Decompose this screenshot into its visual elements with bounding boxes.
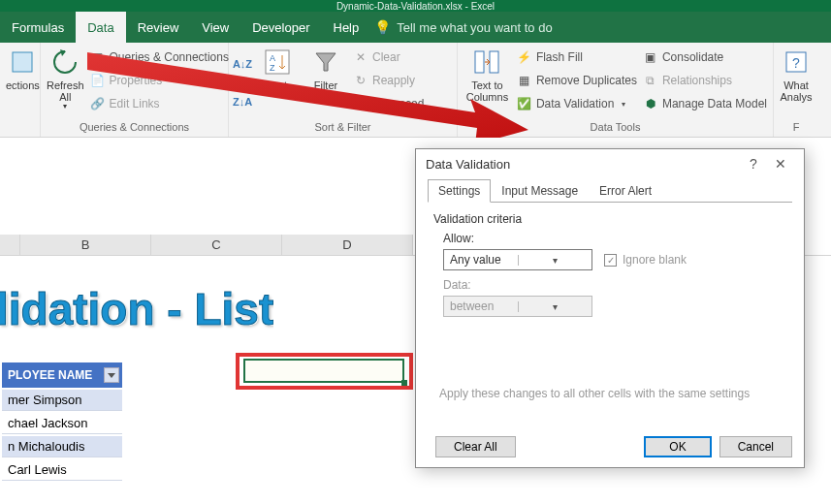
- group-label-sortfilter: Sort & Filter: [235, 119, 451, 137]
- cancel-button[interactable]: Cancel: [719, 436, 792, 457]
- whatif-icon: ?: [781, 47, 812, 78]
- tab-review[interactable]: Review: [126, 12, 191, 43]
- svg-text:A: A: [270, 53, 275, 63]
- chevron-down-icon: ▾: [518, 301, 592, 312]
- button-text-to-columns[interactable]: Text to Columns: [463, 47, 511, 119]
- colhdr-b[interactable]: B: [20, 235, 151, 255]
- text-to-columns-icon: [471, 47, 502, 78]
- button-manage-data-model[interactable]: ⬢ Manage Data Model: [643, 93, 767, 114]
- colhdr-gutter[interactable]: [0, 235, 20, 255]
- button-partial-left[interactable]: ections: [6, 47, 40, 119]
- dlgtab-input-message[interactable]: Input Message: [491, 179, 589, 203]
- ok-button[interactable]: OK: [644, 436, 711, 457]
- allow-label: Allow:: [443, 232, 786, 245]
- database-icon: [7, 47, 38, 78]
- fill-handle[interactable]: [401, 380, 407, 386]
- svg-rect-5: [490, 51, 498, 73]
- table-header-employee[interactable]: PLOYEE NAME: [2, 362, 122, 388]
- ribbon-tabs: Formulas Data Review View Developer Help…: [0, 12, 831, 43]
- tab-view[interactable]: View: [190, 12, 240, 43]
- button-sort-az[interactable]: A↓Z: [235, 53, 250, 75]
- button-clear[interactable]: ✕ Clear: [353, 47, 424, 68]
- clear-all-button[interactable]: Clear All: [435, 436, 516, 457]
- allow-combobox[interactable]: Any value ▾: [443, 249, 592, 270]
- queries-icon: ▦: [90, 49, 106, 65]
- remove-duplicates-icon: ▦: [517, 73, 532, 88]
- group-data-tools: Text to Columns ⚡ Flash Fill ▦ Remove Du…: [458, 43, 774, 137]
- tab-data[interactable]: Data: [76, 12, 125, 43]
- chevron-down-icon: ▾: [518, 255, 592, 266]
- dialog-title: Data Validation: [426, 157, 510, 172]
- validation-criteria-label: Validation criteria: [433, 212, 786, 226]
- table-row[interactable]: mer Simpson: [2, 390, 122, 411]
- button-consolidate[interactable]: ▣ Consolidate: [643, 47, 767, 68]
- filter-dropdown-icon[interactable]: [104, 367, 119, 383]
- ignore-blank-checkbox[interactable]: ✓ Ignore blank: [604, 253, 687, 267]
- group-forecast: ? What Analys F: [774, 43, 818, 137]
- data-validation-dialog: Data Validation ? ✕ Settings Input Messa…: [415, 148, 805, 468]
- label-ections: ections: [6, 79, 40, 91]
- button-flash-fill[interactable]: ⚡ Flash Fill: [517, 47, 637, 68]
- ribbon: ections Refresh All▾ ▦ Queries & Connect…: [0, 43, 831, 138]
- group-sort-filter: A↓Z Z↓A AZ Sort Filter ✕: [229, 43, 458, 137]
- worksheet-title: lidation - List: [0, 264, 273, 364]
- relationships-icon: ⧉: [643, 73, 658, 88]
- button-refresh-all[interactable]: Refresh All▾: [47, 47, 84, 119]
- selected-cell-highlight: [236, 353, 413, 390]
- dialog-titlebar[interactable]: Data Validation ? ✕: [416, 149, 804, 178]
- dlgtab-settings[interactable]: Settings: [428, 179, 491, 203]
- checkbox-icon: ✓: [604, 254, 617, 267]
- dlgtab-error-alert[interactable]: Error Alert: [589, 179, 662, 203]
- tab-formulas[interactable]: Formulas: [0, 12, 76, 43]
- apply-changes-checkbox: Apply these changes to all other cells w…: [433, 387, 786, 400]
- properties-icon: 📄: [90, 73, 106, 88]
- button-reapply[interactable]: ↻ Reapply: [353, 70, 424, 91]
- close-button[interactable]: ✕: [767, 156, 794, 172]
- group-label-queries: Queries & Connections: [47, 119, 222, 137]
- sort-az-icon: A↓Z: [235, 56, 250, 72]
- table-row[interactable]: chael Jackson: [2, 413, 122, 434]
- window-titlebar: Dynamic-Data-Validation.xlsx - Excel: [0, 0, 831, 12]
- button-sort[interactable]: AZ Sort: [256, 47, 299, 119]
- tellme-box[interactable]: Tell me what you want to do: [397, 20, 552, 35]
- button-filter[interactable]: Filter: [304, 47, 347, 119]
- button-data-validation[interactable]: ✅ Data Validation ▾: [517, 93, 637, 114]
- refresh-icon: [49, 47, 80, 78]
- svg-rect-4: [475, 51, 484, 73]
- sort-za-icon: Z↓A: [235, 94, 250, 110]
- button-properties[interactable]: 📄 Properties: [90, 70, 229, 91]
- button-whatif-analysis[interactable]: ? What Analys: [780, 47, 813, 119]
- svg-text:Z: Z: [270, 63, 275, 73]
- button-queries-connections[interactable]: ▦ Queries & Connections: [90, 47, 229, 68]
- table-row[interactable]: Carl Lewis: [2, 459, 122, 481]
- colhdr-d[interactable]: D: [282, 235, 413, 255]
- dialog-tabs: Settings Input Message Error Alert: [428, 178, 792, 203]
- lightbulb-icon: 💡: [374, 19, 391, 35]
- svg-rect-0: [13, 52, 32, 72]
- button-sort-za[interactable]: Z↓A: [235, 91, 250, 112]
- data-label: Data:: [443, 278, 786, 292]
- button-remove-duplicates[interactable]: ▦ Remove Duplicates: [517, 70, 637, 91]
- group-queries-connections: Refresh All▾ ▦ Queries & Connections 📄 P…: [41, 43, 229, 137]
- filter-icon: [310, 47, 341, 78]
- button-advanced[interactable]: ▼ Advanced: [353, 93, 424, 114]
- clear-icon: ✕: [353, 49, 368, 65]
- colhdr-c[interactable]: C: [151, 235, 282, 255]
- employee-table: PLOYEE NAME mer Simpson chael Jackson n …: [0, 361, 124, 483]
- window-title: Dynamic-Data-Validation.xlsx - Excel: [336, 1, 495, 12]
- sort-icon: AZ: [262, 47, 293, 78]
- tab-help[interactable]: Help: [322, 12, 371, 43]
- table-row[interactable]: n Michaloudis: [2, 436, 122, 457]
- active-cell[interactable]: [243, 359, 404, 383]
- help-button[interactable]: ?: [740, 156, 767, 172]
- tab-developer[interactable]: Developer: [240, 12, 321, 43]
- reapply-icon: ↻: [353, 73, 368, 88]
- flash-fill-icon: ⚡: [517, 49, 532, 65]
- button-edit-links[interactable]: 🔗 Edit Links: [90, 93, 229, 114]
- svg-text:?: ?: [792, 55, 800, 71]
- button-relationships[interactable]: ⧉ Relationships: [643, 70, 767, 91]
- links-icon: 🔗: [90, 96, 106, 111]
- group-get-data: ections: [0, 43, 41, 137]
- data-combobox: between ▾: [443, 296, 592, 317]
- allow-value: Any value: [444, 253, 518, 267]
